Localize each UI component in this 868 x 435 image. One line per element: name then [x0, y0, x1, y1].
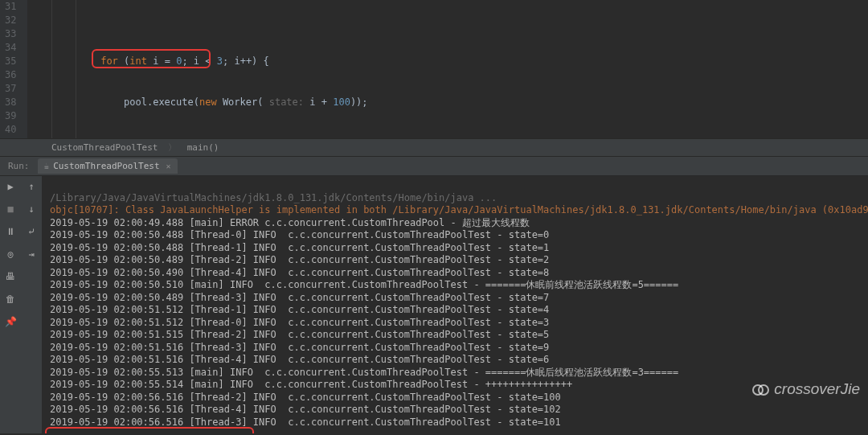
- breadcrumb[interactable]: CustomThreadPoolTest 〉 main(): [0, 138, 868, 157]
- java-icon: ☕: [44, 161, 50, 171]
- console-line: 2019-05-19 02:00:49.488 [main] ERROR c.c…: [50, 217, 530, 228]
- run-label: Run:: [0, 161, 38, 171]
- pin-icon[interactable]: 📌: [3, 314, 18, 329]
- watermark: crossoverJie: [752, 380, 860, 398]
- kw-for: for: [100, 55, 118, 67]
- run-toolbar-left-1: ▶ ■ ⏸ ◎ 🖶 🗑 📌: [0, 176, 21, 433]
- line-number: 33: [5, 27, 16, 41]
- breadcrumb-method[interactable]: main(): [187, 142, 219, 153]
- console-line: 2019-05-19 02:00:51.512 [Thread-0] INFO …: [50, 317, 549, 328]
- line-number: 40: [5, 123, 16, 137]
- console-line: 2019-05-19 02:00:56.516 [Thread-4] INFO …: [50, 404, 561, 415]
- line-number: 41: [5, 137, 16, 138]
- console-line: 2019-05-19 02:00:50.489 [Thread-2] INFO …: [50, 254, 549, 265]
- console-line: 2019-05-19 02:00:50.488 [Thread-0] INFO …: [50, 229, 549, 240]
- pause-button[interactable]: ⏸: [3, 224, 18, 239]
- line-number: 39: [5, 109, 16, 123]
- highlight-exit-code: [45, 427, 254, 433]
- line-number: 34: [5, 41, 16, 55]
- line-number: 31: [5, 0, 16, 14]
- line-number: 38: [5, 96, 16, 109]
- run-button[interactable]: ▶: [3, 179, 18, 194]
- param-hint: state:: [269, 96, 304, 108]
- kw-int: int: [129, 55, 147, 67]
- console-line: 2019-05-19 02:00:50.510 [main] INFO c.c.…: [50, 279, 678, 290]
- line-number: 36: [5, 68, 16, 82]
- wechat-icon: [752, 382, 770, 396]
- console-output[interactable]: /Library/Java/JavaVirtualMachines/jdk1.8…: [42, 176, 868, 433]
- scroll-down-icon[interactable]: ↓: [24, 202, 39, 216]
- scroll-to-end-icon[interactable]: ⇥: [24, 247, 39, 261]
- line-gutter: 31 32 33 34 35 36 37 38 39 40 41: [0, 0, 27, 138]
- console-line: 2019-05-19 02:00:51.516 [Thread-3] INFO …: [50, 342, 549, 353]
- close-icon[interactable]: ✕: [166, 162, 171, 170]
- console-line: 2019-05-19 02:00:50.489 [Thread-3] INFO …: [50, 292, 549, 303]
- console-line: 2019-05-19 02:00:56.516 [Thread-2] INFO …: [50, 392, 561, 403]
- console-line: 2019-05-19 02:00:51.515 [Thread-2] INFO …: [50, 329, 549, 340]
- run-panel: ▶ ■ ⏸ ◎ 🖶 🗑 📌 ↑ ↓ ⤶ ⇥ /Library/Java/Java…: [0, 176, 868, 433]
- console-warn: objc[10707]: Class JavaLaunchHelper is i…: [50, 204, 868, 215]
- breadcrumb-class[interactable]: CustomThreadPoolTest: [51, 142, 158, 153]
- scroll-up-icon[interactable]: ↑: [24, 179, 39, 194]
- stop-button[interactable]: ■: [3, 202, 18, 216]
- soft-wrap-icon[interactable]: ⤶: [24, 224, 39, 239]
- watermark-text: crossoverJie: [774, 380, 860, 398]
- console-line: 2019-05-19 02:00:50.490 [Thread-4] INFO …: [50, 267, 549, 278]
- line-number: 35: [5, 55, 16, 68]
- line-number: 32: [5, 14, 16, 27]
- trash-icon[interactable]: 🗑: [3, 292, 18, 306]
- run-toolbar-left-2: ↑ ↓ ⤶ ⇥: [21, 176, 42, 433]
- console-line: 2019-05-19 02:00:56.516 [Thread-3] INFO …: [50, 417, 561, 428]
- console-line: 2019-05-19 02:00:55.514 [main] INFO c.c.…: [50, 379, 572, 390]
- code-area[interactable]: for (int i = 0; i < 3; i++) { pool.execu…: [27, 0, 367, 138]
- console-line: 2019-05-19 02:00:50.488 [Thread-1] INFO …: [50, 242, 549, 253]
- code-editor[interactable]: 31 32 33 34 35 36 37 38 39 40 41 for (in…: [0, 0, 868, 138]
- chevron-right-icon: 〉: [168, 142, 177, 153]
- print-icon[interactable]: 🖶: [3, 269, 18, 284]
- run-config-tab[interactable]: ☕ CustomThreadPoolTest ✕: [38, 158, 178, 174]
- console-line: 2019-05-19 02:00:55.513 [main] INFO c.c.…: [50, 367, 678, 378]
- line-number: 37: [5, 82, 16, 96]
- camera-icon[interactable]: ◎: [3, 247, 18, 261]
- run-tab-label: CustomThreadPoolTest: [53, 161, 159, 171]
- console-line: 2019-05-19 02:00:51.512 [Thread-1] INFO …: [50, 304, 549, 315]
- console-line: 2019-05-19 02:00:51.516 [Thread-4] INFO …: [50, 354, 549, 365]
- run-panel-header: Run: ☕ CustomThreadPoolTest ✕: [0, 157, 868, 176]
- console-cmd: /Library/Java/JavaVirtualMachines/jdk1.8…: [50, 192, 497, 203]
